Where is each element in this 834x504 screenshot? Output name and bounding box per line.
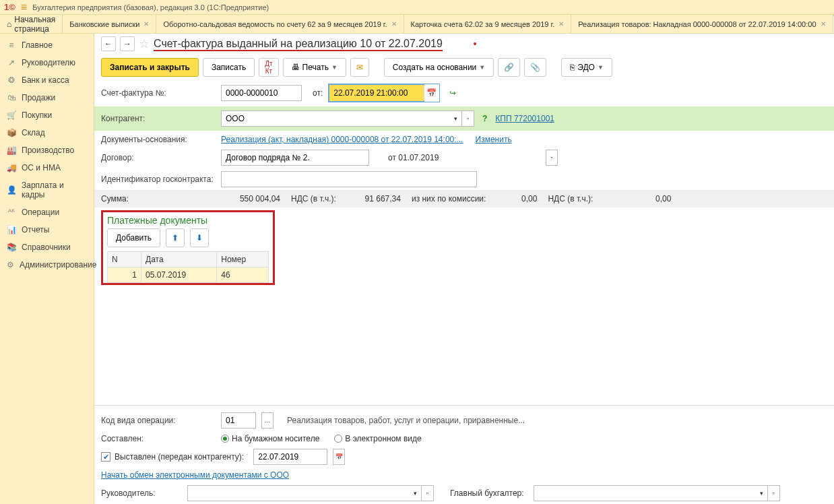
vat-label: НДС (в т.ч.): [291, 194, 336, 203]
open-icon[interactable]: ▫ [546, 150, 558, 166]
tab-label: Карточка счета 62.02 за 9 месяцев 2019 г… [411, 20, 555, 28]
tree-icon: 🔗 [504, 63, 514, 72]
tab-card[interactable]: Карточка счета 62.02 за 9 месяцев 2019 г… [404, 15, 571, 33]
sidebar-item-stock[interactable]: 📦Склад [0, 124, 94, 141]
add-payment-button[interactable]: Добавить [107, 228, 160, 247]
close-icon[interactable]: ✕ [391, 20, 397, 28]
dropdown-icon[interactable]: ▾ [450, 111, 462, 127]
radio-label: В электронном виде [345, 434, 421, 443]
tab-realization[interactable]: Реализация товаров: Накладная 0000-00000… [571, 15, 832, 33]
date-input[interactable] [329, 85, 424, 101]
sidebar-item-label: Отчеты [22, 225, 49, 234]
op-desc: Реализация товаров, работ, услуг и опера… [287, 416, 525, 425]
dropdown-icon[interactable]: ▾ [756, 485, 768, 501]
relations-button[interactable]: 🔗 [498, 58, 520, 77]
annotation-frame: Платежные документы Добавить ⬆ ⬇ N Дата … [101, 210, 275, 285]
sidebar-item-main[interactable]: ≡Главное [0, 36, 94, 54]
radio-paper[interactable]: На бумажном носителе [221, 434, 319, 443]
home-icon: ⌂ [7, 20, 11, 29]
table-row[interactable]: 1 05.07.2019 46 [108, 267, 269, 283]
sidebar-item-purch[interactable]: 🛒Покупки [0, 106, 94, 124]
calendar-icon[interactable]: 📅 [424, 86, 439, 100]
sidebar-item-admin[interactable]: ⚙Администрирование [0, 256, 94, 274]
app-title: Бухгалтерия предприятия (базовая), редак… [32, 3, 269, 11]
save-close-button[interactable]: Записать и закрыть [101, 58, 199, 77]
sidebar-item-sales[interactable]: 🛍Продажи [0, 89, 94, 106]
tab-label: Оборотно-сальдовая ведомость по счету 62… [163, 20, 387, 28]
back-button[interactable]: ← [101, 36, 116, 51]
sidebar-item-salary[interactable]: 👤Зарплата и кадры [0, 177, 94, 203]
sidebar-item-os[interactable]: 🚚ОС и НМА [0, 159, 94, 177]
sales-icon: 🛍 [7, 93, 16, 102]
ruk-input[interactable] [187, 485, 410, 501]
contract-input[interactable] [221, 150, 369, 166]
change-link[interactable]: Изменить [476, 135, 512, 144]
attach-button[interactable]: 📎 [524, 58, 546, 77]
post-icon[interactable]: ↪ [449, 88, 456, 98]
home-tab-label: Начальная страница [14, 15, 55, 34]
page-title: Счет-фактура выданный на реализацию 10 о… [154, 38, 443, 50]
edo-start-link[interactable]: Начать обмен электронными документами с … [101, 470, 289, 480]
dtkt-button[interactable]: ДтКт [259, 58, 278, 77]
open-icon[interactable]: ▫ [422, 485, 434, 501]
radio-elec[interactable]: В электронном виде [334, 434, 421, 443]
close-icon[interactable]: ✕ [821, 20, 826, 28]
sidebar-item-ops[interactable]: ᴬᴷОперации [0, 203, 94, 221]
number-input[interactable] [221, 85, 302, 101]
sidebar-item-manager[interactable]: ↗Руководителю [0, 54, 94, 71]
edo-label: ЭДО [577, 63, 595, 72]
main-menu-icon[interactable]: ≡ [21, 1, 27, 13]
close-icon[interactable]: ✕ [558, 20, 564, 28]
annotation-dot [474, 42, 476, 45]
home-tab[interactable]: ⌂ Начальная страница [0, 15, 62, 33]
gear-icon: ⚙ [7, 260, 14, 270]
printer-icon: 🖶 [292, 63, 300, 72]
buh-input[interactable] [534, 485, 756, 501]
issued-date-input[interactable] [253, 449, 327, 465]
sidebar-item-label: Справочники [22, 243, 71, 252]
tab-osv[interactable]: Оборотно-сальдовая ведомость по счету 62… [156, 15, 403, 33]
sidebar-item-reports[interactable]: 📊Отчеты [0, 221, 94, 239]
create-based-button[interactable]: Создать на основании▼ [384, 58, 494, 77]
docs-link[interactable]: Реализация (акт, накладная) 0000-000008 … [221, 135, 463, 144]
forward-button[interactable]: → [120, 36, 135, 51]
op-code-input[interactable] [221, 412, 256, 429]
vat2-label: НДС (в т.ч.): [548, 194, 593, 203]
calendar-icon[interactable]: 📅 [333, 449, 345, 465]
edo-button[interactable]: ⎘ЭДО▼ [561, 58, 612, 77]
sidebar-item-label: ОС и НМА [22, 163, 61, 172]
move-down-button[interactable]: ⬇ [190, 228, 209, 247]
open-icon[interactable]: ▫ [768, 485, 780, 501]
issued-label: Выставлен (передан контрагенту): [115, 452, 244, 462]
col-n[interactable]: N [108, 252, 141, 267]
contragent-input[interactable] [221, 111, 450, 127]
cart-icon: 🛒 [7, 111, 16, 120]
dropdown-icon[interactable]: ▾ [410, 485, 422, 501]
box-icon: 📦 [7, 128, 16, 137]
print-button[interactable]: 🖶Печать▼ [283, 58, 346, 77]
ruk-label: Руководитель: [101, 489, 182, 498]
save-button[interactable]: Записать [203, 58, 255, 77]
sidebar-item-prod[interactable]: 🏭Производство [0, 141, 94, 159]
issued-checkbox[interactable]: ✔ Выставлен (передан контрагенту): [101, 452, 244, 462]
vat-value: 91 667,34 [340, 194, 401, 203]
open-icon[interactable]: ▫ [462, 111, 474, 127]
help-icon[interactable]: ? [480, 114, 490, 123]
toolbar: Записать и закрыть Записать ДтКт 🖶Печать… [94, 54, 834, 81]
gosid-input[interactable] [221, 171, 477, 187]
kpp-link[interactable]: КПП 772001001 [495, 114, 554, 123]
picker-icon[interactable]: … [261, 412, 274, 429]
favorite-icon[interactable]: ☆ [139, 36, 150, 51]
sidebar-item-label: Администрирование [20, 260, 96, 270]
print-label: Печать [302, 63, 329, 72]
col-date[interactable]: Дата [141, 252, 217, 267]
sidebar-item-refs[interactable]: 📚Справочники [0, 239, 94, 256]
col-num[interactable]: Номер [217, 252, 269, 267]
close-icon[interactable]: ✕ [143, 20, 149, 28]
move-up-button[interactable]: ⬆ [166, 228, 185, 247]
email-button[interactable]: ✉ [350, 58, 369, 77]
cell-date: 05.07.2019 [141, 267, 217, 283]
sidebar-item-bank[interactable]: ❂Банк и касса [0, 71, 94, 89]
tab-bank[interactable]: Банковские выписки ✕ [62, 15, 156, 33]
date-group: 📅 [328, 84, 440, 102]
